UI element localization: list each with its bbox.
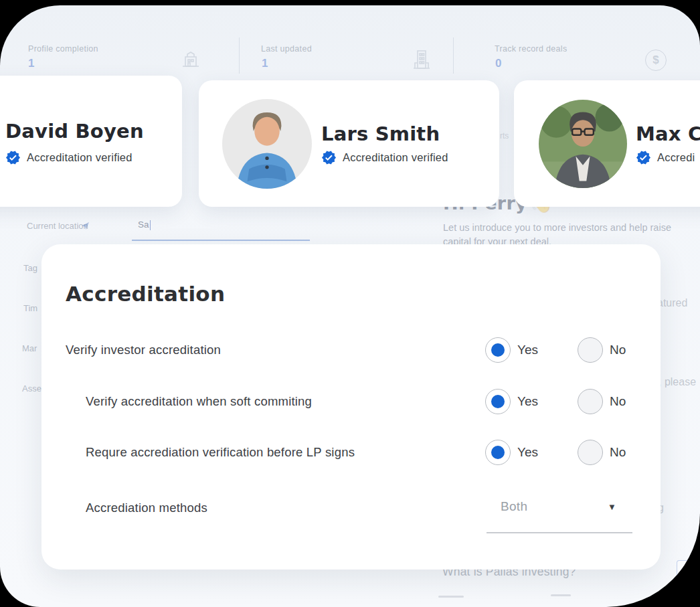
methods-dropdown[interactable]: Both [501, 499, 527, 514]
dropdown-underline [487, 532, 632, 533]
stats-divider [453, 37, 454, 74]
accreditation-status: Accreditation verified [5, 150, 133, 165]
setting-row-accreditation-methods: Accrediation methods Both ▼ [41, 495, 661, 521]
radio-option-yes[interactable]: Yes [485, 337, 538, 363]
accreditation-status-text: Accreditation verified [343, 151, 448, 164]
stats-divider [239, 37, 240, 74]
bg-faint-text [438, 596, 464, 598]
dollar-coin-icon: $ [645, 50, 667, 71]
accreditation-status-text: Accreditation verified [27, 151, 133, 164]
stat-value-profile-completion: 1 [28, 57, 34, 70]
estate-icon [179, 48, 202, 71]
building-icon [410, 47, 434, 72]
bg-fragment-please: , please [659, 376, 696, 388]
radio-dot [491, 343, 505, 357]
chevron-down-icon[interactable]: ▼ [608, 502, 616, 512]
radio-button-unselected [578, 389, 603, 414]
bg-label-mar: Mar [22, 343, 37, 353]
setting-row-verify-investor: Verify investor accreditation Yes No [41, 337, 661, 363]
radio-button-unselected [578, 337, 603, 363]
radio-button-selected [485, 337, 511, 363]
investor-name: David Boyen [5, 120, 144, 143]
add-question-button[interactable]: + [677, 560, 699, 583]
verified-badge-icon [321, 150, 337, 165]
radio-dot [491, 446, 505, 459]
stat-value-track-record: 0 [495, 57, 501, 70]
radio-option-yes[interactable]: Yes [485, 440, 538, 465]
modal-title: Accreditation [66, 282, 225, 306]
verified-badge-icon [636, 150, 651, 165]
accreditation-status: Accreditation verified [321, 150, 448, 165]
radio-option-no[interactable]: No [578, 440, 626, 465]
setting-label: Verify investor accreditation [66, 343, 221, 357]
setting-label: Accrediation methods [86, 501, 207, 515]
investor-card-lars-smith[interactable]: Lars Smith Accreditation verified [199, 80, 499, 207]
setting-label: Verify accreditation when soft commiting [86, 394, 312, 409]
radio-button-unselected [578, 440, 603, 465]
stat-value-last-updated: 1 [262, 57, 268, 70]
radio-dot [491, 395, 505, 408]
stat-label-last-updated: Last updated [261, 44, 312, 54]
bg-fragment-matured: atured [657, 297, 687, 309]
radio-button-selected [485, 389, 511, 414]
text-cursor [150, 220, 151, 230]
investor-card-david-boyen[interactable]: David Boyen Accreditation verified [0, 76, 182, 207]
radio-button-selected [485, 440, 511, 465]
setting-label: Requre accrediation verification before … [86, 445, 355, 460]
stat-label-track-record: Track record deals [495, 44, 567, 54]
radio-option-no[interactable]: No [578, 389, 626, 414]
investor-name: Max C [636, 122, 700, 145]
location-pointer-icon [81, 222, 90, 230]
bg-fragment-rts: rts [500, 131, 509, 141]
radio-option-no[interactable]: No [578, 337, 626, 363]
current-location-label: Current location [27, 221, 88, 231]
bg-faint-text [551, 594, 571, 596]
investor-card-max[interactable]: Max C Accredi [514, 80, 700, 207]
avatar [539, 100, 627, 188]
stat-label-profile-completion: Profile completion [28, 44, 98, 54]
verified-badge-icon [5, 150, 21, 165]
setting-row-soft-commit: Verify accreditation when soft commiting… [41, 389, 661, 414]
setting-row-before-lp-signs: Requre accrediation verification before … [41, 440, 661, 465]
avatar [222, 99, 312, 189]
radio-option-yes[interactable]: Yes [485, 389, 538, 414]
investor-name: Lars Smith [321, 122, 440, 145]
screen: Profile completion 1 Last updated 1 Trac… [0, 0, 700, 607]
accreditation-status: Accredi [636, 150, 695, 165]
bg-label-asse: Asse [22, 383, 41, 394]
accreditation-status-text: Accredi [657, 151, 695, 164]
bg-label-tim: Tim [23, 303, 37, 313]
location-input-underline [132, 240, 310, 241]
location-input[interactable]: Sa [138, 220, 151, 230]
app-page: Profile completion 1 Last updated 1 Trac… [0, 5, 700, 607]
accreditation-modal: Accreditation Verify investor accreditat… [41, 244, 661, 570]
bg-label-tag: Tag [23, 263, 37, 273]
